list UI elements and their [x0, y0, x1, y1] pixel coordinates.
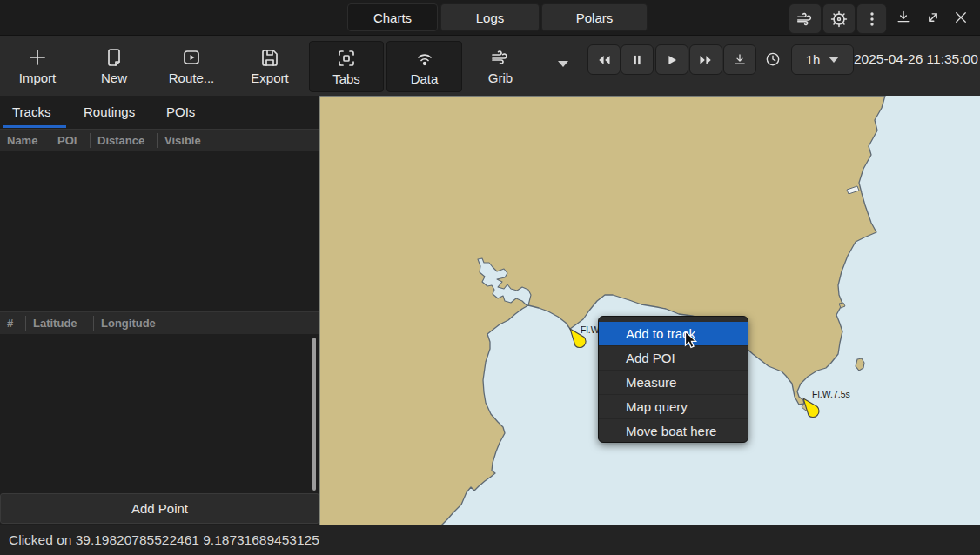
- add-point-button[interactable]: Add Point: [0, 493, 319, 524]
- menu-item-add-poi[interactable]: Add POI: [599, 345, 748, 370]
- pause-button[interactable]: [621, 44, 654, 75]
- tracks-table-header: Name POI Distance Visible: [0, 129, 319, 152]
- plus-icon: [27, 47, 48, 68]
- sidebar-tab-routings[interactable]: Routings: [84, 96, 135, 128]
- menu-item-add-to-track[interactable]: Add to track: [599, 322, 748, 345]
- tabs-toggle-button[interactable]: Tabs: [309, 41, 384, 92]
- export-button[interactable]: Export: [237, 41, 303, 91]
- interval-dropdown[interactable]: 1h: [791, 44, 854, 75]
- col-latitude[interactable]: Latitude: [26, 316, 94, 331]
- pause-icon: [630, 53, 644, 67]
- play-button[interactable]: [655, 44, 688, 75]
- light-label-2: Fl.W.7.5s: [812, 389, 850, 399]
- data-label: Data: [411, 71, 439, 86]
- import-button[interactable]: Import: [4, 41, 70, 91]
- interval-value: 1h: [806, 52, 821, 67]
- rewind-button[interactable]: [587, 44, 621, 75]
- new-label: New: [101, 70, 127, 85]
- expand-icon: [924, 9, 942, 26]
- download-icon: [732, 52, 748, 68]
- menu-item-measure[interactable]: Measure: [599, 370, 748, 394]
- col-name[interactable]: Name: [0, 133, 50, 148]
- col-distance[interactable]: Distance: [91, 133, 158, 148]
- col-poi[interactable]: POI: [50, 133, 91, 148]
- menu-item-move-boat-here[interactable]: Move boat here: [599, 418, 748, 443]
- map-canvas[interactable]: Fl.W. Fl.W.7.5s: [319, 96, 980, 525]
- toolbar-expand-caret[interactable]: [558, 61, 568, 67]
- top-bar: Charts Logs Polars: [0, 0, 980, 36]
- map-area[interactable]: Fl.W. Fl.W.7.5s: [319, 96, 980, 525]
- more-options-button[interactable]: [856, 3, 887, 34]
- chevron-down-icon: [829, 57, 839, 63]
- wifi-data-icon: [414, 48, 435, 69]
- menu-item-map-query[interactable]: Map query: [599, 394, 748, 418]
- island: [856, 358, 864, 371]
- grib-button[interactable]: Grib: [467, 41, 534, 91]
- status-text: Clicked on 39.19820785522461 9.187316894…: [9, 532, 319, 548]
- download-grib-button[interactable]: [723, 44, 756, 75]
- wind-layer-button[interactable]: [789, 3, 822, 34]
- import-label: Import: [19, 70, 57, 85]
- data-toggle-button[interactable]: Data: [386, 41, 462, 92]
- close-button[interactable]: [949, 5, 973, 30]
- minimize-download-button[interactable]: [891, 5, 916, 30]
- points-table-scrollbar[interactable]: [312, 338, 316, 491]
- active-tab-indicator: [3, 125, 66, 128]
- time-now-button[interactable]: [757, 44, 789, 73]
- save-icon: [259, 47, 280, 68]
- tab-logs[interactable]: Logs: [440, 3, 540, 31]
- grib-wind-icon: [490, 47, 511, 68]
- fullscreen-button[interactable]: [921, 5, 945, 30]
- sidebar-tab-pois[interactable]: POIs: [166, 96, 195, 128]
- helm-icon: [829, 10, 849, 29]
- sidebar-tab-tracks[interactable]: Tracks: [12, 96, 50, 128]
- rewind-icon: [596, 52, 612, 68]
- sidebar: Tracks Routings POIs Name POI Distance V…: [0, 96, 320, 525]
- status-bar: Clicked on 39.19820785522461 9.187316894…: [0, 525, 980, 555]
- tracks-table-body[interactable]: [0, 151, 319, 310]
- fast-forward-icon: [698, 52, 714, 68]
- kebab-menu-icon: [863, 10, 881, 28]
- landmass: [319, 96, 885, 525]
- tabs-label: Tabs: [332, 71, 360, 86]
- datetime-display: 2025-04-26 11:35:00: [854, 36, 978, 82]
- fast-forward-button[interactable]: [689, 44, 722, 75]
- download-icon: [895, 9, 912, 26]
- points-table-body[interactable]: [0, 334, 319, 492]
- col-longitude[interactable]: Longitude: [94, 316, 176, 331]
- toolbar: Import New Route... Export Tabs Data: [0, 36, 980, 96]
- tab-charts[interactable]: Charts: [347, 3, 438, 31]
- play-icon: [665, 53, 679, 67]
- col-visible[interactable]: Visible: [158, 133, 224, 148]
- route-button[interactable]: Route...: [158, 41, 225, 91]
- new-button[interactable]: New: [81, 41, 147, 91]
- new-file-icon: [104, 47, 124, 68]
- map-context-menu: Add to track Add POI Measure Map query M…: [598, 316, 748, 443]
- wind-icon: [795, 10, 815, 29]
- points-table-header: # Latitude Longitude: [0, 311, 319, 335]
- mouse-cursor: [684, 331, 700, 351]
- route-play-icon: [181, 47, 202, 68]
- grib-label: Grib: [488, 70, 513, 85]
- tab-polars[interactable]: Polars: [541, 3, 648, 31]
- clock-icon: [764, 50, 782, 68]
- tabs-capture-icon: [336, 48, 357, 69]
- helm-button[interactable]: [822, 3, 856, 34]
- close-icon: [953, 10, 969, 25]
- route-label: Route...: [169, 70, 215, 85]
- col-index[interactable]: #: [0, 316, 26, 331]
- export-label: Export: [251, 70, 288, 85]
